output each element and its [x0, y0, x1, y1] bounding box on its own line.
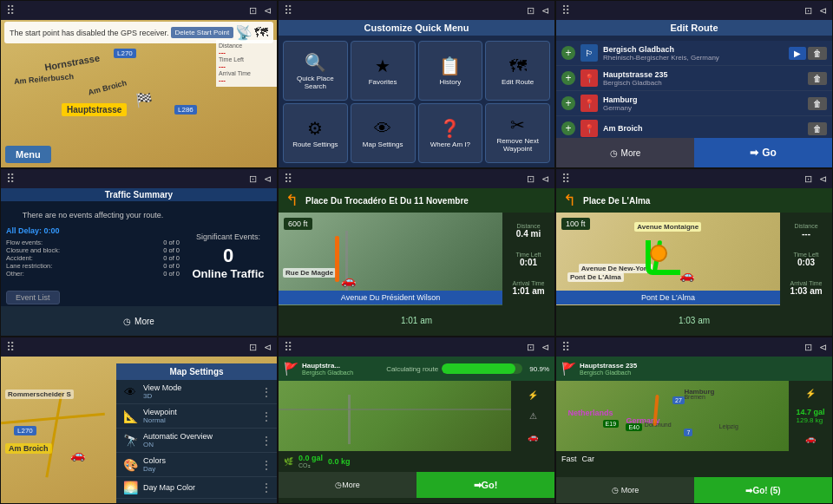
qm-remove-waypoint[interactable]: ✂ Remove Next Waypoint	[485, 103, 550, 163]
qm-where-am-i[interactable]: ❓ Where Am I?	[418, 103, 483, 163]
back-icon-6[interactable]: ⊲	[819, 173, 827, 185]
more-button-traffic[interactable]: ◷ More	[1, 306, 277, 336]
route-dest-main: Hauptstrasse 235	[580, 362, 827, 370]
menu-dots-7[interactable]: ⠿	[6, 340, 15, 354]
destination-icon-1: 📍	[580, 69, 598, 87]
window-icon-2[interactable]: ⊡	[527, 5, 535, 16]
dest-name-2: Hamburg	[603, 95, 806, 104]
top-bar-8: ⠿ ⊡ ⊲	[279, 337, 554, 357]
qm-history[interactable]: 📋 History	[418, 41, 483, 101]
bottom-street-paris: Avenue Du Président Wilson	[279, 291, 502, 304]
qm-route-settings[interactable]: ⚙ Route Settings	[283, 103, 348, 163]
route-item-1[interactable]: + 📍 Hauptstrasse 235 Bergisch Gladbach 🗑	[556, 66, 832, 91]
menu-dots-8[interactable]: ⠿	[284, 340, 292, 354]
auto-overview-row[interactable]: 🔭 Automatic Overview ON ⋮	[116, 429, 277, 453]
add-waypoint-icon-3[interactable]: +	[561, 121, 575, 135]
calc-icon-speed: ⚡	[528, 390, 538, 400]
go-button-route[interactable]: ➡ Go! (5)	[694, 477, 832, 503]
back-icon-9[interactable]: ⊲	[819, 342, 827, 353]
window-icon-3[interactable]: ⊡	[804, 5, 812, 16]
avenue-montaigne-label: Avenue Montaigne	[634, 222, 701, 232]
nav-map-paris-cell: ⠿ ⊡ ⊲ ↰ Place Du Trocadéro Et Du 11 Nove…	[278, 168, 555, 337]
back-icon-8[interactable]: ⊲	[541, 342, 549, 353]
direction-arrow-alma: ↰	[563, 191, 576, 210]
window-icon-8[interactable]: ⊡	[527, 342, 535, 353]
delete-btn-2[interactable]: 🗑	[808, 97, 827, 110]
viewpoint-icon: 📐	[121, 409, 139, 423]
menu-dots-2[interactable]: ⠿	[284, 3, 292, 17]
qm-label-5: Map Settings	[363, 141, 403, 148]
back-icon-7[interactable]: ⊲	[264, 342, 272, 353]
qm-edit-route[interactable]: 🗺 Edit Route	[485, 41, 550, 101]
view-mode-row[interactable]: 👁 View Mode 3D ⋮	[116, 380, 277, 404]
pont-alma-label: Pont De L'Alma	[567, 272, 624, 282]
27-badge: 27	[672, 396, 685, 404]
route-icon: 🗺	[509, 56, 527, 76]
calc-dest-sub: Bergisch Gladbach	[302, 370, 383, 376]
qm-quick-place-search[interactable]: 🔍 Quick Place Search	[283, 41, 348, 101]
qm-label-4: Route Settings	[292, 141, 338, 148]
more-label-route: More	[621, 486, 640, 494]
menu-dots-4[interactable]: ⠿	[6, 172, 15, 186]
delete-start-btn[interactable]: Delete Start Point	[171, 27, 234, 38]
viewpoint-row[interactable]: 📐 Viewpoint Normal ⋮	[116, 404, 277, 429]
go-button-calc[interactable]: ➡ Go!	[416, 472, 554, 498]
menu-dots-9[interactable]: ⠿	[561, 340, 570, 354]
significant-value: 0	[223, 245, 233, 267]
gps-satellite-icon: 📡	[235, 24, 253, 41]
window-icon-5[interactable]: ⊡	[527, 173, 535, 185]
back-icon-1[interactable]: ⊲	[264, 5, 272, 16]
more-button-calc[interactable]: ◷ More	[279, 472, 416, 498]
more-icon-route: ◷	[612, 486, 619, 494]
day-map-color-row[interactable]: 🌅 Day Map Color ⋮	[116, 477, 277, 499]
go-button-edit-route[interactable]: ➡ Go	[694, 138, 832, 167]
back-icon-5[interactable]: ⊲	[541, 173, 549, 185]
play-btn-0[interactable]: ▶	[789, 47, 806, 60]
all-delay-value: 0:00	[44, 226, 60, 235]
qm-label-6: Where Am I?	[430, 141, 470, 148]
colors-row[interactable]: 🎨 Colors Day ⋮	[116, 453, 277, 477]
window-icon-9[interactable]: ⊡	[804, 342, 812, 353]
menu-dots-5[interactable]: ⠿	[284, 172, 292, 186]
route-item-text-2: Hamburg Germany	[603, 95, 806, 112]
auto-overview-name: Automatic Overview	[143, 432, 257, 441]
window-icon-6[interactable]: ⊡	[804, 173, 812, 185]
calc-sidebar: ⚡ ⚠ 🚗	[511, 381, 554, 451]
menu-dots-6[interactable]: ⠿	[561, 172, 570, 186]
time-left-stat-value-alma: 0:03	[794, 258, 819, 267]
add-waypoint-icon-1[interactable]: +	[561, 71, 575, 85]
arrival-stat-value-alma: 1:03 am	[790, 286, 822, 296]
route-item-text-3: Am Broich	[603, 124, 806, 133]
window-icon-1[interactable]: ⊡	[249, 5, 257, 16]
qm-map-settings[interactable]: 👁 Map Settings	[351, 103, 416, 163]
route-item-3[interactable]: + 📍 Am Broich 🗑	[556, 116, 832, 138]
e40-badge: E40	[626, 423, 641, 431]
window-icon-4[interactable]: ⊡	[249, 173, 257, 185]
settings-icon: ⚙	[307, 118, 323, 139]
menu-dots-3[interactable]: ⠿	[561, 3, 570, 17]
menu-dots-1[interactable]: ⠿	[6, 3, 15, 17]
event-list-button[interactable]: Event List	[6, 291, 60, 304]
qm-favorites[interactable]: ★ Favorites	[351, 41, 416, 101]
route-item-2[interactable]: + 📍 Hamburg Germany 🗑	[556, 91, 832, 116]
direction-arrow-paris: ↰	[285, 191, 298, 210]
menu-button[interactable]: Menu	[5, 146, 51, 163]
back-icon-2[interactable]: ⊲	[541, 5, 549, 16]
arrival-stat-paris: Arrival Time 1:01 am	[512, 280, 544, 296]
back-icon-4[interactable]: ⊲	[264, 173, 272, 185]
add-waypoint-icon-2[interactable]: +	[561, 96, 575, 110]
edit-route-cell: ⠿ ⊡ ⊲ Edit Route + 🏳 Bergisch Gladbach R…	[555, 0, 833, 168]
traffic-right-panel: Significant Events: 0 Online Traffic	[185, 211, 272, 301]
back-icon-3[interactable]: ⊲	[819, 5, 827, 16]
delete-btn-1[interactable]: 🗑	[808, 72, 827, 85]
route-item-0[interactable]: + 🏳 Bergisch Gladbach Rheinisch-Bergisch…	[556, 41, 832, 66]
destination-icon-3: 📍	[580, 120, 598, 137]
more-button-edit-route[interactable]: ◷ More	[556, 138, 694, 167]
window-icon-7[interactable]: ⊡	[249, 342, 257, 353]
scissors-icon: ✂	[510, 115, 525, 135]
delete-btn-0[interactable]: 🗑	[808, 47, 827, 60]
delete-btn-3[interactable]: 🗑	[808, 122, 827, 135]
calc-road-2	[279, 409, 511, 410]
add-waypoint-icon-0[interactable]: +	[561, 46, 575, 60]
more-button-route[interactable]: ◷ More	[556, 477, 694, 503]
